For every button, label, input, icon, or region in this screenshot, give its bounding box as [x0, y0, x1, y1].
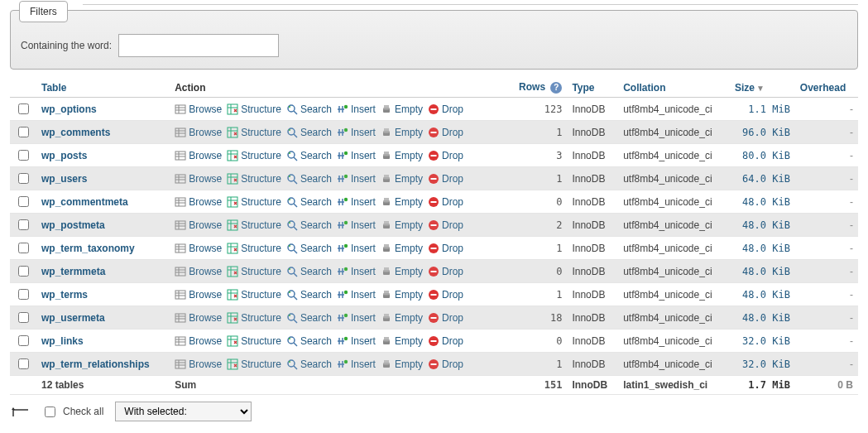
- insert-action[interactable]: Insert: [337, 173, 376, 185]
- insert-action[interactable]: Insert: [337, 127, 376, 138]
- col-rows[interactable]: Rows ?: [507, 78, 568, 98]
- filters-tab[interactable]: Filters: [19, 1, 68, 22]
- table-name-link[interactable]: wp_comments: [41, 127, 110, 138]
- row-size[interactable]: 48.0 KiB: [730, 306, 795, 330]
- table-name-link[interactable]: wp_links: [41, 335, 84, 347]
- empty-action[interactable]: Empty: [381, 266, 423, 277]
- insert-action[interactable]: Insert: [337, 219, 376, 231]
- search-action[interactable]: Search: [286, 312, 332, 324]
- browse-action[interactable]: Browse: [175, 335, 222, 347]
- drop-action[interactable]: Drop: [428, 173, 463, 185]
- col-size[interactable]: Size▼: [730, 78, 795, 98]
- structure-action[interactable]: Structure: [227, 127, 281, 138]
- empty-action[interactable]: Empty: [381, 335, 423, 347]
- row-size[interactable]: 48.0 KiB: [730, 190, 795, 214]
- structure-action[interactable]: Structure: [227, 173, 281, 185]
- row-checkbox[interactable]: [18, 266, 29, 277]
- drop-action[interactable]: Drop: [428, 127, 463, 138]
- search-action[interactable]: Search: [286, 173, 332, 185]
- insert-action[interactable]: Insert: [337, 266, 376, 277]
- insert-action[interactable]: Insert: [337, 103, 376, 115]
- search-action[interactable]: Search: [286, 335, 332, 347]
- empty-action[interactable]: Empty: [381, 243, 423, 254]
- search-action[interactable]: Search: [286, 196, 332, 208]
- table-name-link[interactable]: wp_posts: [41, 150, 87, 161]
- structure-action[interactable]: Structure: [227, 103, 281, 115]
- browse-action[interactable]: Browse: [175, 173, 222, 185]
- row-size[interactable]: 64.0 KiB: [730, 167, 795, 190]
- row-size[interactable]: 32.0 KiB: [730, 353, 795, 376]
- browse-action[interactable]: Browse: [175, 358, 222, 370]
- row-checkbox[interactable]: [18, 127, 29, 137]
- structure-action[interactable]: Structure: [227, 335, 281, 347]
- browse-action[interactable]: Browse: [175, 289, 222, 301]
- row-size[interactable]: 32.0 KiB: [730, 330, 795, 353]
- search-action[interactable]: Search: [286, 103, 332, 115]
- table-name-link[interactable]: wp_terms: [41, 289, 88, 301]
- row-size[interactable]: 1.1 MiB: [730, 98, 795, 121]
- structure-action[interactable]: Structure: [227, 266, 281, 277]
- drop-action[interactable]: Drop: [428, 219, 463, 231]
- browse-action[interactable]: Browse: [175, 103, 222, 115]
- drop-action[interactable]: Drop: [428, 150, 463, 161]
- row-checkbox[interactable]: [18, 358, 29, 369]
- col-type[interactable]: Type: [567, 78, 618, 98]
- check-all-checkbox[interactable]: [45, 407, 55, 417]
- row-checkbox[interactable]: [18, 243, 29, 253]
- table-name-link[interactable]: wp_termmeta: [41, 266, 105, 277]
- insert-action[interactable]: Insert: [337, 150, 376, 161]
- row-size[interactable]: 48.0 KiB: [730, 214, 795, 237]
- browse-action[interactable]: Browse: [175, 196, 222, 208]
- empty-action[interactable]: Empty: [381, 196, 423, 208]
- insert-action[interactable]: Insert: [337, 289, 376, 301]
- search-action[interactable]: Search: [286, 289, 332, 301]
- structure-action[interactable]: Structure: [227, 219, 281, 231]
- empty-action[interactable]: Empty: [381, 219, 423, 231]
- structure-action[interactable]: Structure: [227, 243, 281, 254]
- row-checkbox[interactable]: [18, 173, 29, 184]
- row-size[interactable]: 96.0 KiB: [730, 121, 795, 144]
- table-name-link[interactable]: wp_usermeta: [41, 312, 105, 324]
- row-checkbox[interactable]: [18, 103, 29, 114]
- row-size[interactable]: 80.0 KiB: [730, 144, 795, 167]
- with-selected-dropdown[interactable]: With selected:: [115, 402, 252, 421]
- empty-action[interactable]: Empty: [381, 150, 423, 161]
- search-action[interactable]: Search: [286, 127, 332, 138]
- row-checkbox[interactable]: [18, 335, 29, 346]
- table-name-link[interactable]: wp_term_relationships: [41, 358, 150, 370]
- structure-action[interactable]: Structure: [227, 358, 281, 370]
- row-size[interactable]: 48.0 KiB: [730, 260, 795, 283]
- empty-action[interactable]: Empty: [381, 127, 423, 138]
- table-name-link[interactable]: wp_term_taxonomy: [41, 243, 135, 254]
- table-name-link[interactable]: wp_commentmeta: [41, 196, 128, 208]
- insert-action[interactable]: Insert: [337, 243, 376, 254]
- check-all-label[interactable]: Check all: [63, 406, 103, 417]
- structure-action[interactable]: Structure: [227, 289, 281, 301]
- drop-action[interactable]: Drop: [428, 312, 463, 324]
- col-overhead[interactable]: Overhead: [795, 78, 858, 98]
- browse-action[interactable]: Browse: [175, 312, 222, 324]
- row-checkbox[interactable]: [18, 219, 29, 230]
- browse-action[interactable]: Browse: [175, 150, 222, 161]
- insert-action[interactable]: Insert: [337, 358, 376, 370]
- drop-action[interactable]: Drop: [428, 196, 463, 208]
- row-checkbox[interactable]: [18, 150, 29, 161]
- browse-action[interactable]: Browse: [175, 243, 222, 254]
- empty-action[interactable]: Empty: [381, 358, 423, 370]
- table-name-link[interactable]: wp_users: [41, 173, 87, 185]
- browse-action[interactable]: Browse: [175, 127, 222, 138]
- drop-action[interactable]: Drop: [428, 103, 463, 115]
- drop-action[interactable]: Drop: [428, 358, 463, 370]
- empty-action[interactable]: Empty: [381, 173, 423, 185]
- insert-action[interactable]: Insert: [337, 196, 376, 208]
- col-table[interactable]: Table: [36, 78, 170, 98]
- empty-action[interactable]: Empty: [381, 312, 423, 324]
- row-checkbox[interactable]: [18, 196, 29, 207]
- row-checkbox[interactable]: [18, 312, 29, 323]
- search-action[interactable]: Search: [286, 243, 332, 254]
- structure-action[interactable]: Structure: [227, 150, 281, 161]
- empty-action[interactable]: Empty: [381, 103, 423, 115]
- drop-action[interactable]: Drop: [428, 266, 463, 277]
- insert-action[interactable]: Insert: [337, 335, 376, 347]
- search-action[interactable]: Search: [286, 150, 332, 161]
